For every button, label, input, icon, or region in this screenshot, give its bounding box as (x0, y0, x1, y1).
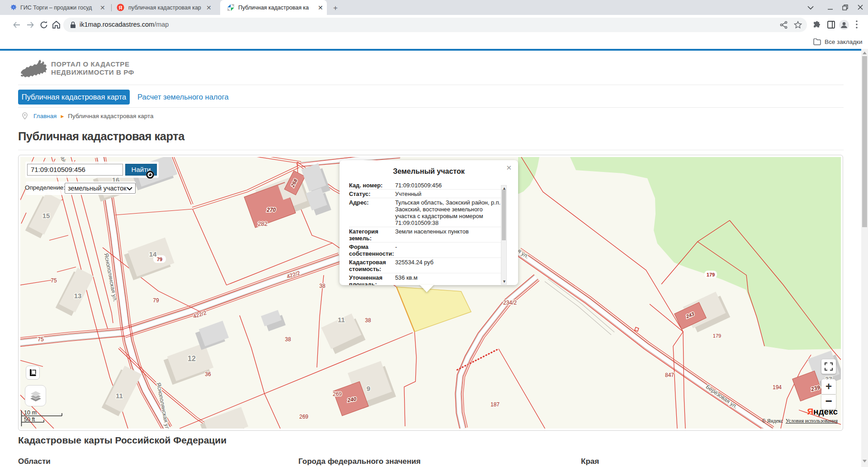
svg-text:13: 13 (74, 292, 82, 300)
svg-text:Я: Я (119, 5, 123, 10)
svg-text:11: 11 (116, 392, 123, 400)
svg-text:79: 79 (153, 297, 159, 304)
svg-text:194: 194 (773, 384, 782, 391)
svg-text:179: 179 (713, 333, 721, 338)
svg-text:38: 38 (365, 317, 371, 324)
svg-text:38: 38 (285, 336, 291, 343)
svg-text:15: 15 (42, 212, 50, 219)
svg-text:12: 12 (188, 355, 196, 362)
svg-text:50 ft: 50 ft (24, 416, 35, 423)
svg-text:234/2: 234/2 (503, 300, 517, 306)
svg-text:187: 187 (491, 401, 500, 408)
svg-text:847: 847 (665, 372, 674, 378)
svg-text:9: 9 (367, 385, 370, 392)
svg-text:179: 179 (707, 272, 715, 277)
svg-text:11: 11 (338, 316, 345, 324)
svg-text:270: 270 (266, 207, 276, 213)
svg-text:269: 269 (299, 414, 308, 420)
svg-text:75: 75 (38, 336, 44, 343)
svg-text:269: 269 (333, 391, 342, 397)
svg-text:10 m: 10 m (24, 410, 37, 416)
svg-text:38: 38 (319, 283, 326, 289)
svg-text:282: 282 (258, 220, 268, 227)
svg-text:79: 79 (157, 257, 162, 262)
svg-text:36: 36 (205, 371, 211, 377)
svg-text:75: 75 (51, 277, 57, 284)
svg-text:14: 14 (149, 250, 157, 258)
